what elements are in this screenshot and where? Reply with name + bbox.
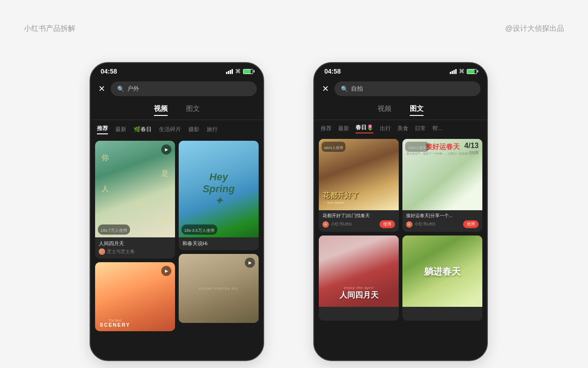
time-left: 04:58	[101, 68, 117, 75]
tmpl-title-chunyun: 接好运春天|分享一个...	[406, 213, 479, 218]
wifi-icon-left: ⌘	[235, 68, 241, 75]
poem-line-4: 间	[136, 200, 143, 210]
battery-icon-left	[243, 69, 253, 74]
phone-right-screen: 04:58 ⌘	[314, 63, 487, 360]
tmpl-footer-huadou: R 小红书UED 使用	[322, 220, 395, 228]
tab-graphic-left[interactable]: 图文	[186, 104, 200, 116]
tab-video-left[interactable]: 视频	[154, 104, 168, 116]
play-button-4[interactable]: ▶	[245, 258, 255, 268]
template-usage-1: 18s·7万人使用	[101, 228, 127, 233]
search-icon-right: 🔍	[341, 86, 348, 92]
tmpl-img-sijuyue: enjoy the april 人间四月天	[319, 236, 399, 307]
card-poem-video[interactable]: 你 是 人 间 的 ▶ 18s·7万人使用	[95, 141, 175, 259]
template-chunyun[interactable]: 接好运春天 春天的运气，就在下一个转角……让我们一起迎接好运春天 7306人使用…	[402, 139, 482, 232]
search-box-left[interactable]: 🔍 户外	[111, 81, 257, 96]
poem-line-5: 的	[161, 216, 169, 225]
template-grid-right: 花都开好了 → turn bloom 4803人使用 花都开好了|出门找春天	[314, 137, 487, 322]
poem-line-2: 是	[161, 169, 169, 178]
tmpl-author-name-huadou: 小红书UED	[331, 221, 352, 227]
time-right: 04:58	[324, 68, 341, 75]
signal-icon-right	[450, 69, 457, 74]
search-text-left: 户外	[127, 85, 139, 93]
scenery-sub: The Best	[100, 319, 130, 322]
use-button-huadou[interactable]: 使用	[379, 220, 395, 228]
filter-recommend[interactable]: 推荐	[97, 125, 108, 134]
filter-r-help[interactable]: 帮...	[432, 125, 442, 132]
filter-r-recommend[interactable]: 推荐	[321, 125, 332, 132]
search-icon-left: 🔍	[117, 86, 124, 92]
search-area-left: ✕ 🔍 户外	[90, 78, 263, 100]
filter-r-latest[interactable]: 最新	[338, 125, 349, 132]
tmpl-info-chunyun: 接好运春天|分享一个... R 小红书UED 使用	[402, 210, 482, 232]
card-scenery[interactable]: ▶ The Best SCENERY	[95, 262, 175, 331]
tmpl-author-chunyun: R 小红书UED	[406, 221, 435, 228]
use-button-chunyun[interactable]: 使用	[463, 220, 479, 228]
header-right-label: @设计大侦探出品	[505, 24, 564, 34]
template-jiuchun[interactable]: 躺进春天	[402, 236, 482, 321]
search-text-right: 自拍	[351, 85, 363, 93]
poem-line-3: 人	[102, 184, 109, 194]
poem-overlay: 你 是 人 间 的	[95, 141, 175, 237]
phone-left: 04:58 ⌘	[90, 62, 264, 361]
close-button-left[interactable]: ✕	[97, 84, 106, 94]
filter-r-spring[interactable]: 春日🌷	[356, 124, 373, 133]
phone-right-frame: 04:58 ⌘	[313, 62, 488, 361]
tmpl-title-huadou: 花都开好了|出门找春天	[322, 213, 395, 218]
status-icons-right: ⌘	[450, 68, 477, 75]
wifi-icon-right: ⌘	[459, 68, 464, 75]
card-info-2: 和春天说Hi	[179, 237, 259, 250]
template-usage-2: 18s·3.5万人使用	[184, 228, 215, 233]
col-left-1: 你 是 人 间 的 ▶ 18s·7万人使用	[95, 141, 175, 331]
filter-latest[interactable]: 最新	[115, 126, 126, 133]
tab-graphic-right[interactable]: 图文	[410, 104, 424, 116]
tmpl-avatar-huadou: R	[322, 221, 329, 228]
status-bar-left: 04:58 ⌘	[90, 63, 263, 78]
close-button-right[interactable]: ✕	[321, 84, 330, 94]
phone-right: 04:58 ⌘	[313, 62, 488, 361]
card-info-1: 人间四月天 芝士与芝士条	[95, 237, 175, 259]
tmpl-avatar-chunyun: R	[406, 221, 413, 228]
tmpl-author-name-chunyun: 小红书UED	[414, 221, 435, 227]
search-box-right[interactable]: 🔍 自拍	[334, 81, 481, 96]
filter-travel[interactable]: 旅行	[207, 126, 218, 133]
card-hey-spring[interactable]: HeySpring ✦ 18s·3.5万人使用 和春天说Hi	[179, 141, 259, 250]
scenery-title: SCENERY	[100, 322, 130, 328]
content-grid-left: 你 是 人 间 的 ▶ 18s·7万人使用	[90, 139, 263, 333]
header-left-label: 小红书产品拆解	[24, 24, 75, 34]
filter-r-daily[interactable]: 日常	[415, 125, 426, 132]
play-button-1[interactable]: ▶	[161, 144, 171, 155]
tmpl-spacer-4	[402, 307, 482, 321]
hey-spring-overlay: HeySpring ✦	[199, 171, 239, 207]
tmpl-footer-chunyun: R 小红书UED 使用	[406, 220, 479, 228]
filter-r-food[interactable]: 美食	[397, 125, 408, 132]
status-bar-right: 04:58 ⌘	[314, 63, 487, 78]
author-name-1: 芝士与芝士条	[107, 248, 135, 255]
kodak-label: KODAK PORTRA 400	[199, 287, 238, 290]
template-sijuyue[interactable]: enjoy the april 人间四月天	[319, 236, 399, 321]
filter-row-left: 推荐 最新 🌿春日 生活碎片 摄影 旅行	[90, 120, 263, 139]
filter-spring[interactable]: 🌿春日	[134, 126, 152, 133]
card-title-2: 和春天说Hi	[182, 240, 255, 247]
tmpl-info-huadou: 花都开好了|出门找春天 R 小红书UED 使用	[319, 210, 399, 232]
filter-photo[interactable]: 摄影	[188, 126, 199, 133]
sijuyue-en: enjoy the april	[319, 286, 399, 290]
card-author-1: 芝士与芝士条	[99, 248, 171, 255]
signal-icon-left	[226, 69, 233, 74]
tab-video-right[interactable]: 视频	[378, 104, 391, 116]
sijuyue-main-text: 人间四月天	[319, 290, 399, 300]
tmpl-spacer-3	[319, 307, 399, 321]
template-huadou[interactable]: 花都开好了 → turn bloom 4803人使用 花都开好了|出门找春天	[319, 139, 399, 232]
card-title-1: 人间四月天	[99, 240, 171, 247]
huadou-main-text: 花都开好了	[322, 191, 395, 201]
card-kodak[interactable]: ▶ KODAK PORTRA 400	[179, 254, 259, 323]
filter-row-right: 推荐 最新 春日🌷 出行 美食 日常 帮...	[314, 120, 487, 137]
battery-icon-right	[467, 69, 477, 74]
filter-life[interactable]: 生活碎片	[159, 126, 181, 133]
phone-left-screen: 04:58 ⌘	[90, 63, 263, 360]
filter-r-outing[interactable]: 出行	[380, 125, 391, 132]
huadou-sub-text: → turn bloom	[322, 201, 395, 205]
tabs-left: 视频 图文	[90, 100, 263, 120]
jiuchun-main-text: 躺进春天	[424, 265, 461, 277]
play-button-3[interactable]: ▶	[161, 266, 171, 276]
tmpl-img-huadou: 花都开好了 → turn bloom 4803人使用	[319, 139, 399, 210]
